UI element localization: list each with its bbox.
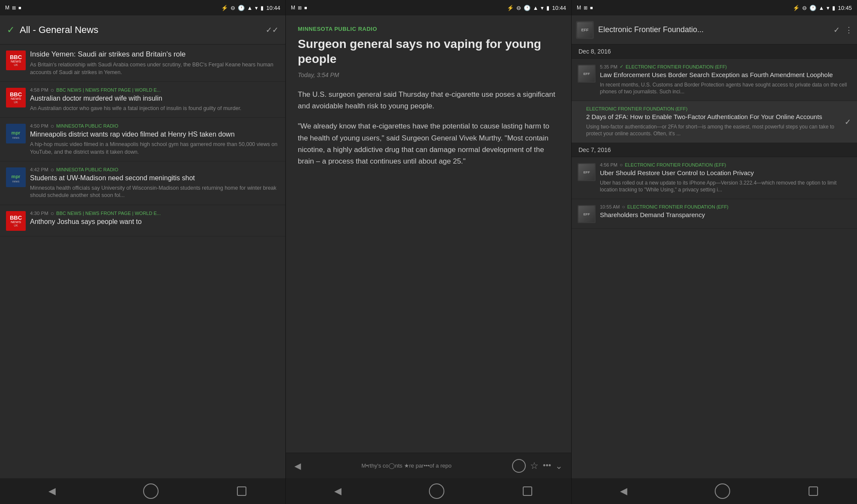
mpr-text: mpr — [12, 130, 21, 135]
thumb-bbc-1: BBC NEWS UK — [6, 51, 26, 70]
app-icon-3: ■ — [590, 5, 593, 10]
eff-app-bar-icons: ✓ ⋮ — [833, 25, 853, 35]
double-check-icon[interactable]: ✓✓ — [266, 25, 279, 35]
news-dot-4: ○ — [51, 210, 54, 216]
news-meta-4: 4:30 PM ○ BBC NEWS | NEWS FRONT PAGE | W… — [30, 210, 279, 216]
gmail-icon: M — [5, 5, 9, 11]
eff-item-meta-shareholders: 10:55 AM ○ ELECTRONIC FRONTIER FOUNDATIO… — [600, 204, 851, 209]
news-dot-3: ○ — [51, 167, 54, 173]
eff-source-uber: ELECTRONIC FRONTIER FOUNDATION (EFF) — [625, 162, 726, 167]
news-time-4: 4:30 PM — [30, 211, 48, 216]
list-item[interactable]: BBC NEWS UK 4:30 PM ○ BBC NEWS | NEWS FR… — [0, 205, 285, 236]
back-button-3[interactable]: ◀ — [611, 483, 636, 500]
list-item[interactable]: EFF 10:55 AM ○ ELECTRONIC FRONTIER FOUND… — [572, 199, 857, 229]
wifi-icon-2: ▾ — [541, 5, 544, 11]
thumb-bbc-3: BBC NEWS UK — [6, 211, 26, 231]
star-icon[interactable]: ☆ — [530, 460, 539, 471]
eff-more-icon[interactable]: ⋮ — [845, 25, 853, 35]
eff-summary-2fa: Using two-factor authentication—or 2FA f… — [586, 123, 851, 138]
news-source-1: BBC NEWS | NEWS FRONT PAGE | WORLD E... — [56, 87, 161, 92]
bbc-news-text: NEWS — [11, 60, 21, 63]
clock-icon: 🕐 — [238, 5, 245, 11]
back-arrow-icon[interactable]: ◀ — [294, 461, 301, 471]
list-item[interactable]: EFF 4:56 PM ○ ELECTRONIC FRONTIER FOUNDA… — [572, 157, 857, 199]
news-dot-2: ○ — [51, 123, 54, 129]
status-bar-1: M ⊞ ■ ⚡ ⊖ 🕐 ▲ ▾ ▮ 10:44 — [0, 0, 285, 15]
recents-button-3[interactable] — [809, 486, 818, 496]
bbc-uk-text-2: UK — [14, 101, 18, 104]
article-footer-text: M•rthy's co◯nts ★re par•••of a repo — [305, 462, 508, 469]
article-title: Surgeon general says no vaping for young… — [298, 36, 559, 66]
gmail-icon-3: M — [577, 5, 581, 11]
news-meta-1: 4:58 PM ○ BBC NEWS | NEWS FRONT PAGE | W… — [30, 87, 279, 93]
eff-source-border: ELECTRONIC FRONTIER FOUNDATION (EFF) — [626, 64, 727, 69]
nav-bar-3: ◀ — [572, 478, 857, 504]
eff-item-meta-uber: 4:56 PM ○ ELECTRONIC FRONTIER FOUNDATION… — [600, 162, 851, 167]
app-bar-title-1: All - General News — [20, 24, 261, 36]
check-icon-left[interactable]: ✓ — [7, 24, 15, 36]
photo-icon-2: ⊞ — [298, 5, 302, 11]
battery-icon: ▮ — [261, 5, 264, 11]
eff-dot-shareholders: ○ — [622, 204, 625, 209]
eff-logo-inner: EFF — [577, 22, 593, 38]
news-meta-2: 4:50 PM ○ MINNESOTA PUBLIC RADIO — [30, 123, 279, 129]
bluetooth-icon-2: ⚡ — [507, 5, 514, 11]
date-separator-dec8: Dec 8, 2016 — [572, 45, 857, 59]
eff-dot-uber: ○ — [620, 162, 623, 167]
minus-circle-icon-3: ⊖ — [802, 5, 807, 11]
news-content-2: 4:50 PM ○ MINNESOTA PUBLIC RADIO Minneap… — [30, 123, 279, 156]
eff-summary-border: In recent months, U.S. Customs and Borde… — [600, 81, 851, 96]
panel-article: M ⊞ ■ ⚡ ⊖ 🕐 ▲ ▾ ▮ 10:44 MINNESOTA PUBLIC… — [286, 0, 572, 504]
read-check-icon: ✓ — [845, 117, 851, 127]
home-button-2[interactable] — [429, 483, 444, 499]
mpr-news-label-2: news — [12, 180, 21, 183]
photo-icon-3: ⊞ — [584, 5, 587, 11]
minus-circle-icon: ⊖ — [231, 5, 235, 11]
nav-bar-2: ◀ — [286, 478, 571, 504]
chevron-down-icon[interactable]: ⌄ — [555, 461, 563, 471]
home-button-3[interactable] — [715, 483, 730, 499]
list-item[interactable]: BBC NEWS UK Inside Yemen: Saudi air stri… — [0, 45, 285, 82]
clock-icon-2: 🕐 — [524, 5, 530, 11]
eff-check-small: ✓ — [620, 64, 623, 69]
signal-icon-2: ▲ — [533, 5, 539, 11]
status-bar-left-1: M ⊞ ■ — [5, 5, 21, 11]
article-source: MINNESOTA PUBLIC RADIO — [298, 26, 559, 32]
wifi-icon-3: ▾ — [827, 5, 830, 11]
signal-icon: ▲ — [247, 5, 253, 11]
recents-button-1[interactable] — [237, 486, 246, 496]
eff-source-2fa: ELECTRONIC FRONTIER FOUNDATION (EFF) — [586, 106, 687, 111]
eff-item-meta-border: 5:35 PM ✓ ELECTRONIC FRONTIER FOUNDATION… — [600, 64, 851, 69]
list-item[interactable]: mpr news 4:50 PM ○ MINNESOTA PUBLIC RADI… — [0, 118, 285, 161]
date-separator-dec7: Dec 7, 2016 — [572, 143, 857, 157]
back-button-2[interactable]: ◀ — [325, 483, 351, 500]
app-icon: ■ — [18, 5, 21, 10]
app-icon-2: ■ — [304, 5, 307, 10]
news-summary-2: A hip-hop music video filmed in a Minnea… — [30, 141, 279, 156]
eff-feed: Dec 8, 2016 EFF 5:35 PM ✓ ELECTRONIC FRO… — [572, 45, 857, 478]
list-item[interactable]: EFF 5:35 PM ✓ ELECTRONIC FRONTIER FOUNDA… — [572, 59, 857, 101]
list-item[interactable]: ELECTRONIC FRONTIER FOUNDATION (EFF) 2 D… — [572, 101, 857, 143]
eff-time-uber: 4:56 PM — [600, 162, 617, 167]
eff-title-uber: Uber Should Restore User Control to Loca… — [600, 169, 851, 177]
nav-bar-1: ◀ — [0, 478, 285, 504]
back-button-1[interactable]: ◀ — [39, 483, 65, 500]
recents-button-2[interactable] — [523, 486, 532, 496]
status-time-3: 10:45 — [838, 5, 852, 11]
news-time-2: 4:50 PM — [30, 123, 48, 128]
list-item[interactable]: BBC NEWS UK 4:58 PM ○ BBC NEWS | NEWS FR… — [0, 82, 285, 118]
home-button-1[interactable] — [143, 483, 159, 499]
list-item[interactable]: mpr news 4:42 PM ○ MINNESOTA PUBLIC RADI… — [0, 161, 285, 205]
circle-button[interactable] — [512, 459, 526, 473]
eff-check-icon[interactable]: ✓ — [833, 25, 840, 35]
eff-item-content-2fa: ELECTRONIC FRONTIER FOUNDATION (EFF) 2 D… — [586, 106, 851, 137]
dots-icon[interactable]: ••• — [543, 461, 551, 470]
news-content-4: 4:30 PM ○ BBC NEWS | NEWS FRONT PAGE | W… — [30, 210, 279, 228]
news-time-3: 4:42 PM — [30, 167, 48, 172]
eff-app-bar: EFF Electronic Frontier Foundatio... ✓ ⋮ — [572, 15, 857, 45]
panel-news-list: M ⊞ ■ ⚡ ⊖ 🕐 ▲ ▾ ▮ 10:44 ✓ All - General … — [0, 0, 286, 504]
bbc-news-text-2: NEWS — [11, 97, 21, 101]
news-content-1: 4:58 PM ○ BBC NEWS | NEWS FRONT PAGE | W… — [30, 87, 279, 112]
eff-item-content-border: 5:35 PM ✓ ELECTRONIC FRONTIER FOUNDATION… — [600, 64, 851, 95]
minus-circle-icon-2: ⊖ — [516, 5, 521, 11]
